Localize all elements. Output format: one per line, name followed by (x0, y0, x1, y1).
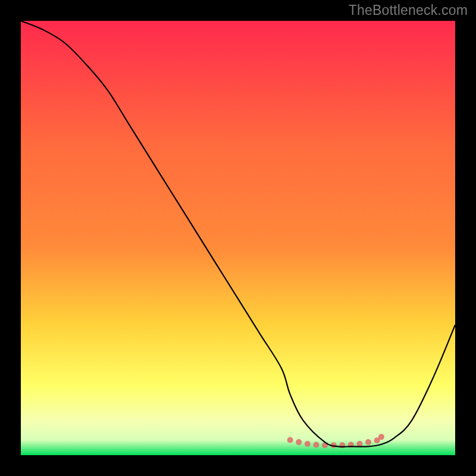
plot-area (21, 21, 455, 455)
gradient-rect (21, 21, 455, 455)
highlight-dot (296, 439, 302, 445)
highlight-dot (313, 441, 319, 447)
highlight-dot (305, 441, 311, 447)
highlight-dot (287, 437, 293, 443)
chart-frame: TheBottleneck.com (0, 0, 476, 476)
highlight-dot (365, 439, 371, 445)
highlight-dot (378, 434, 384, 440)
gradient-background (21, 21, 455, 455)
watermark-text: TheBottleneck.com (349, 2, 468, 18)
